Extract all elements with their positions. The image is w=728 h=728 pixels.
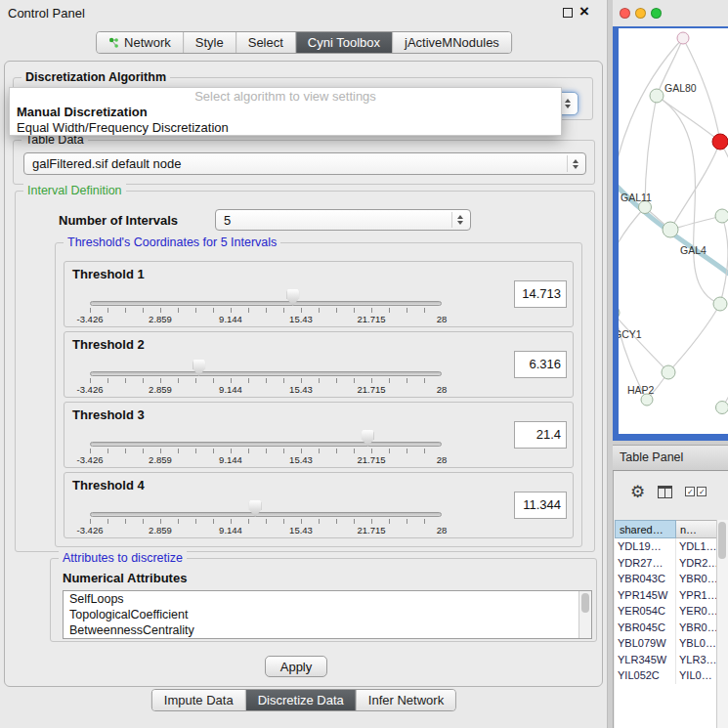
column-header[interactable]: n… [676, 520, 717, 538]
network-node[interactable] [713, 297, 728, 312]
table-cell: YBR0… [676, 620, 717, 636]
tab[interactable]: jActiveMNodules [392, 32, 511, 53]
top-tab-bar: Network Style Select Cyni Toolbox jActiv… [96, 31, 512, 54]
slider-track[interactable] [90, 442, 442, 447]
tab-label: Discretize Data [258, 693, 344, 707]
tab[interactable]: Impute Data [152, 690, 245, 710]
tick-label: 2.859 [149, 384, 172, 395]
close-icon[interactable]: × [579, 2, 589, 21]
column-header[interactable]: shared… [615, 520, 676, 538]
table-panel-titlebar: Table Panel [613, 445, 728, 471]
threshold-label: Threshold 2 [72, 337, 145, 352]
table-cell: YBL0… [676, 635, 717, 652]
tab[interactable]: Network [97, 32, 183, 53]
select-columns-icon[interactable]: ✓✓ [685, 487, 707, 496]
scrollbar-thumb[interactable] [581, 593, 589, 613]
table-row[interactable]: YIL052C YIL0… [615, 667, 717, 684]
gear-icon[interactable]: ⚙ [630, 484, 645, 500]
table-scrollbar[interactable] [716, 520, 728, 728]
threshold-value-field[interactable]: 21.4 [514, 421, 567, 449]
tick-label: -3.426 [77, 454, 104, 465]
network-canvas[interactable]: GAL80 GAL11 GAL4 GCY1 HAP2 [619, 28, 728, 434]
tab-label: Infer Network [368, 693, 444, 707]
network-node[interactable] [715, 209, 728, 224]
threshold-value-field[interactable]: 14.713 [514, 280, 567, 308]
slider-track[interactable] [90, 512, 442, 517]
tick-label: 28 [437, 525, 448, 535]
tab[interactable]: Select [236, 32, 295, 53]
number-of-intervals-combobox[interactable]: 5 [215, 209, 471, 231]
traffic-light[interactable] [651, 8, 662, 19]
network-window-titlebar [613, 0, 728, 26]
table-row[interactable]: YLR345W YLR3… [615, 652, 717, 668]
slider-ticks [90, 519, 442, 524]
threshold-value-field[interactable]: 6.316 [514, 351, 567, 378]
tab[interactable]: Infer Network [356, 690, 455, 710]
scrollbar-thumb[interactable] [718, 522, 726, 559]
network-node[interactable] [650, 89, 664, 104]
tick-label: 21.715 [357, 314, 385, 324]
attributes-group-label: Attributes to discretize [59, 551, 187, 565]
tab-label: Style [195, 35, 224, 50]
tab-label: Cyni Toolbox [308, 35, 380, 50]
network-node[interactable] [662, 365, 676, 380]
node-label: GAL11 [621, 192, 652, 203]
threshold-label: Threshold 3 [72, 407, 145, 422]
combo-stepper-icon[interactable] [451, 212, 468, 228]
node-label: GAL4 [680, 244, 707, 256]
table-cell: YIL052C [615, 667, 676, 684]
list-item[interactable]: SelfLoops [64, 591, 591, 607]
network-node[interactable] [715, 401, 728, 414]
slider-track[interactable] [90, 301, 442, 306]
slider-track[interactable] [90, 371, 442, 376]
traffic-light[interactable] [620, 8, 630, 19]
table-cell: YBR0… [676, 571, 717, 587]
panel-title: Control Panel [8, 6, 85, 21]
table-row[interactable]: YDL19… YDL1… [615, 538, 717, 555]
table-data-group: Table Data galFiltered.sif default node [13, 140, 595, 185]
list-item[interactable]: TopologicalCoefficient [64, 607, 591, 622]
node-label: GCY1 [619, 328, 642, 340]
table-row[interactable]: YPR145W YPR1… [615, 587, 717, 604]
threshold-slider[interactable]: -3.426 2.859 9.144 15.43 21.715 28 [90, 285, 442, 326]
combo-stepper-icon[interactable] [567, 155, 583, 172]
apply-button[interactable]: Apply [265, 656, 327, 677]
threshold-slider[interactable]: -3.426 2.859 9.144 15.43 21.715 28 [90, 356, 442, 397]
table-row[interactable]: YBR043C YBR0… [615, 571, 717, 587]
tab[interactable]: Cyni Toolbox [295, 32, 392, 53]
right-region: GAL80 GAL11 GAL4 GCY1 HAP2 Table Panel ⚙… [613, 0, 728, 728]
network-node[interactable] [712, 134, 728, 150]
list-item[interactable]: BetweennessCentrality [64, 622, 591, 638]
slider-ticks [90, 308, 442, 313]
table-row[interactable]: YDR27… YDR2… [615, 555, 717, 572]
tick-label: 15.43 [289, 454, 313, 465]
traffic-light[interactable] [635, 8, 646, 19]
threshold-box: Threshold 1 -3.426 2.859 9.144 15.43 21.… [64, 261, 574, 327]
table-body: YDL19… YDL1… YDR27… YDR2… YBR043C YBR0… … [615, 538, 717, 728]
threshold-slider[interactable]: -3.426 2.859 9.144 15.43 21.715 28 [90, 496, 442, 537]
table-row[interactable]: YBR045C YBR0… [615, 620, 717, 636]
threshold-slider[interactable]: -3.426 2.859 9.144 15.43 21.715 28 [90, 426, 442, 467]
threshold-coordinates-label: Threshold's Coordinates for 5 Intervals [64, 236, 280, 249]
tick-label: 21.715 [357, 384, 385, 395]
attributes-group: Attributes to discretize Numerical Attri… [50, 558, 597, 642]
float-window-icon[interactable] [563, 8, 573, 18]
tab[interactable]: Discretize Data [245, 690, 356, 710]
columns-icon[interactable] [658, 486, 672, 498]
threshold-value-field[interactable]: 11.344 [514, 492, 567, 519]
table-row[interactable]: YER054C YER0… [615, 603, 717, 620]
tick-label: 2.859 [149, 454, 172, 465]
network-node[interactable] [663, 222, 679, 238]
list-scrollbar[interactable] [578, 591, 591, 638]
slider-ticks [90, 378, 442, 383]
tab[interactable]: Style [183, 32, 236, 53]
network-node[interactable] [677, 32, 690, 45]
tick-label: 15.43 [289, 384, 313, 395]
table-row[interactable]: YBL079W YBL0… [615, 635, 717, 652]
table-data-combobox[interactable]: galFiltered.sif default node [23, 152, 586, 175]
dropdown-option[interactable]: Manual Discretization [10, 105, 561, 120]
dropdown-option[interactable]: Equal Width/Frequency Discretization [10, 120, 561, 136]
tick-label: 28 [437, 384, 448, 395]
table-cell: YER054C [615, 603, 676, 620]
table-header: shared… n… [615, 520, 717, 538]
